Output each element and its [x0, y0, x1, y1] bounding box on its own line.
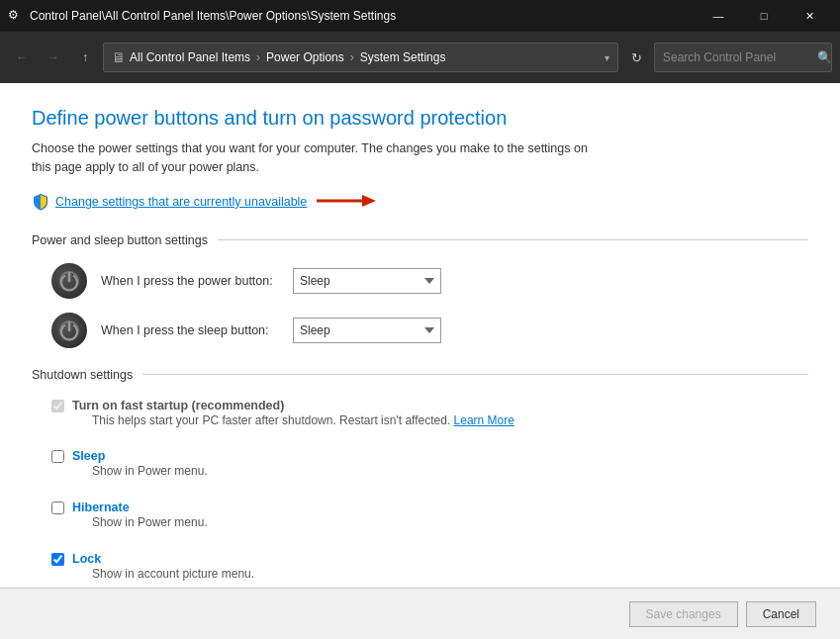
save-changes-button[interactable]: Save changes [629, 601, 738, 627]
search-box[interactable]: 🔍 [654, 43, 832, 72]
shutdown-section-header: Shutdown settings [32, 368, 808, 382]
fast-startup-row: Turn on fast startup (recommended) This … [51, 398, 808, 439]
breadcrumb-sep2: › [350, 50, 354, 64]
hibernate-checkbox[interactable] [51, 502, 64, 514]
breadcrumb-part1[interactable]: All Control Panel Items [130, 50, 250, 64]
hibernate-label[interactable]: Hibernate [72, 501, 130, 514]
addressbar: ← → ↑ 🖥 All Control Panel Items › Power … [0, 32, 840, 83]
sleep-button-dropdown[interactable]: Sleep Do nothing Hibernate Shut down Tur… [293, 318, 441, 343]
content-area: Define power buttons and turn on passwor… [0, 83, 840, 639]
fast-startup-desc: This helps start your PC faster after sh… [92, 412, 514, 429]
lock-row: Lock Show in account picture menu. [51, 551, 808, 588]
breadcrumb-part3[interactable]: System Settings [360, 50, 446, 64]
fast-startup-checkbox[interactable] [51, 400, 64, 412]
fast-startup-label[interactable]: Turn on fast startup (recommended) [72, 399, 284, 412]
red-arrow-icon [317, 191, 376, 214]
search-icon: 🔍 [817, 50, 832, 64]
change-settings-link[interactable]: Change settings that are currently unava… [32, 191, 376, 214]
up-button[interactable]: ↑ [71, 44, 99, 71]
window-title: Control Panel\All Control Panel Items\Po… [30, 9, 696, 23]
lock-label[interactable]: Lock [72, 552, 101, 566]
sleep-checkbox[interactable] [51, 450, 64, 463]
svg-marker-1 [362, 195, 376, 207]
address-dropdown-icon[interactable]: ▾ [605, 52, 609, 63]
power-button-row: When I press the power button: Sleep Do … [51, 263, 808, 299]
forward-button[interactable]: → [40, 44, 67, 71]
folder-icon: 🖥 [112, 49, 126, 65]
page-description: Choose the power settings that you want … [32, 139, 606, 177]
shutdown-section-label: Shutdown settings [32, 368, 133, 382]
main-content: Define power buttons and turn on passwor… [0, 83, 840, 588]
footer: Save changes Cancel [0, 588, 840, 639]
sleep-button-label: When I press the sleep button: [101, 323, 279, 337]
maximize-button[interactable]: □ [741, 0, 787, 32]
hibernate-desc: Show in Power menu. [92, 514, 208, 531]
power-button-icon [51, 263, 87, 299]
lock-checkbox[interactable] [51, 553, 64, 566]
close-button[interactable]: ✕ [787, 0, 832, 32]
learn-more-link[interactable]: Learn More [454, 413, 514, 427]
window-controls: — □ ✕ [696, 0, 832, 32]
sleep-button-icon [51, 313, 87, 348]
address-bar[interactable]: 🖥 All Control Panel Items › Power Option… [103, 43, 618, 72]
breadcrumb-part2[interactable]: Power Options [266, 50, 344, 64]
shield-icon [32, 193, 49, 211]
power-button-label: When I press the power button: [101, 274, 279, 288]
hibernate-row: Hibernate Show in Power menu. [51, 500, 808, 541]
cancel-button[interactable]: Cancel [746, 601, 816, 627]
sleep-row: Sleep Show in Power menu. [51, 448, 808, 490]
minimize-button[interactable]: — [696, 0, 741, 32]
change-settings-text[interactable]: Change settings that are currently unava… [55, 195, 307, 209]
sleep-label[interactable]: Sleep [72, 449, 105, 463]
button-settings: When I press the power button: Sleep Do … [51, 263, 808, 348]
lock-desc: Show in account picture menu. [92, 566, 254, 583]
page-title: Define power buttons and turn on passwor… [32, 107, 808, 130]
shutdown-settings: Turn on fast startup (recommended) This … [51, 398, 808, 589]
search-input[interactable] [663, 50, 811, 64]
sleep-desc: Show in Power menu. [92, 463, 208, 480]
sleep-button-row: When I press the sleep button: Sleep Do … [51, 313, 808, 348]
power-sleep-section-label: Power and sleep button settings [32, 233, 208, 247]
refresh-button[interactable]: ↻ [622, 43, 650, 72]
power-button-dropdown[interactable]: Sleep Do nothing Hibernate Shut down Tur… [293, 268, 441, 294]
titlebar: ⚙ Control Panel\All Control Panel Items\… [0, 0, 840, 32]
back-button[interactable]: ← [8, 44, 36, 71]
breadcrumb-sep1: › [256, 50, 260, 64]
power-sleep-section-header: Power and sleep button settings [32, 233, 808, 247]
app-icon: ⚙ [8, 8, 24, 24]
